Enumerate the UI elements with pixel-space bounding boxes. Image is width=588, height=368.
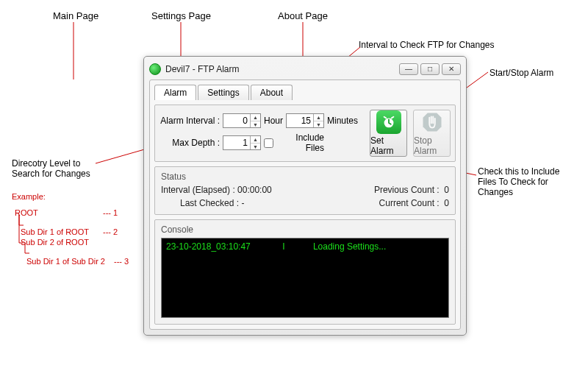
hour-input[interactable] <box>223 114 250 127</box>
last-checked-value: - <box>241 198 244 208</box>
minimize-button[interactable]: — <box>399 63 418 75</box>
prev-count-label: Previous Count : <box>374 185 440 195</box>
console-message: Loading Settings... <box>313 241 386 252</box>
status-group: Status Interval (Elapsed) : 00:00:00 Pre… <box>154 166 456 215</box>
close-button[interactable]: ✕ <box>442 63 461 75</box>
depth-up-icon[interactable]: ▲ <box>251 136 260 144</box>
include-files-label: Include Files <box>276 132 324 153</box>
console-timestamp: 23-10-2018_03:10:47 <box>166 241 269 252</box>
minute-unit: Minutes <box>327 116 358 126</box>
controls-panel: Alarm Interval : ▲▼ Hour ▲▼ Minutes Max … <box>154 105 456 162</box>
set-alarm-button[interactable]: Set Alarm <box>370 110 407 157</box>
stop-hand-icon <box>420 110 445 134</box>
content-area: Alarm Settings About Alarm Interval : ▲▼… <box>149 79 461 330</box>
hour-stepper[interactable]: ▲▼ <box>223 113 261 128</box>
stop-alarm-button[interactable]: Stop Alarm <box>413 110 451 157</box>
maximize-button[interactable]: □ <box>420 63 440 75</box>
curr-count-label: Current Count : <box>379 198 440 208</box>
minute-input[interactable] <box>287 114 313 127</box>
depth-down-icon[interactable]: ▼ <box>251 144 260 150</box>
minute-stepper[interactable]: ▲▼ <box>286 113 324 128</box>
min-up-icon[interactable]: ▲ <box>314 114 323 121</box>
interval-elapsed-label: Interval (Elapsed) : <box>161 185 235 195</box>
window-title: Devil7 - FTP Alarm <box>165 64 397 74</box>
curr-count-value: 0 <box>444 198 449 208</box>
interval-label: Alarm Interval : <box>159 116 220 126</box>
console-group: Console 23-10-2018_03:10:47I Loading Set… <box>154 219 456 325</box>
include-files-input[interactable] <box>264 138 273 148</box>
depth-input[interactable] <box>223 136 250 149</box>
interval-elapsed-value: 00:00:00 <box>237 185 272 195</box>
prev-count-value: 0 <box>444 185 449 195</box>
hour-unit: Hour <box>264 116 283 126</box>
depth-stepper[interactable]: ▲▼ <box>223 135 261 150</box>
set-alarm-label: Set Alarm <box>370 135 406 156</box>
svg-marker-1 <box>423 113 441 132</box>
console-title: Console <box>161 224 449 235</box>
console-output[interactable]: 23-10-2018_03:10:47I Loading Settings... <box>161 238 449 318</box>
tab-alarm[interactable]: Alarm <box>154 85 196 100</box>
app-icon <box>149 63 161 75</box>
tab-settings[interactable]: Settings <box>198 85 248 100</box>
alarm-clock-icon <box>376 110 401 134</box>
depth-label: Max Depth : <box>159 138 220 148</box>
include-files-checkbox[interactable]: Include Files <box>264 132 324 153</box>
titlebar[interactable]: Devil7 - FTP Alarm — □ ✕ <box>149 62 461 77</box>
stop-alarm-label: Stop Alarm <box>414 135 450 156</box>
console-level: I <box>269 241 298 252</box>
last-checked-label: Last Checked : <box>180 198 239 208</box>
status-title: Status <box>161 171 449 182</box>
hour-down-icon[interactable]: ▼ <box>251 121 260 128</box>
tab-strip: Alarm Settings About <box>154 85 456 100</box>
tab-about[interactable]: About <box>251 85 293 100</box>
app-window: Devil7 - FTP Alarm — □ ✕ Alarm Settings … <box>143 56 467 336</box>
min-down-icon[interactable]: ▼ <box>314 121 323 128</box>
hour-up-icon[interactable]: ▲ <box>251 114 260 121</box>
